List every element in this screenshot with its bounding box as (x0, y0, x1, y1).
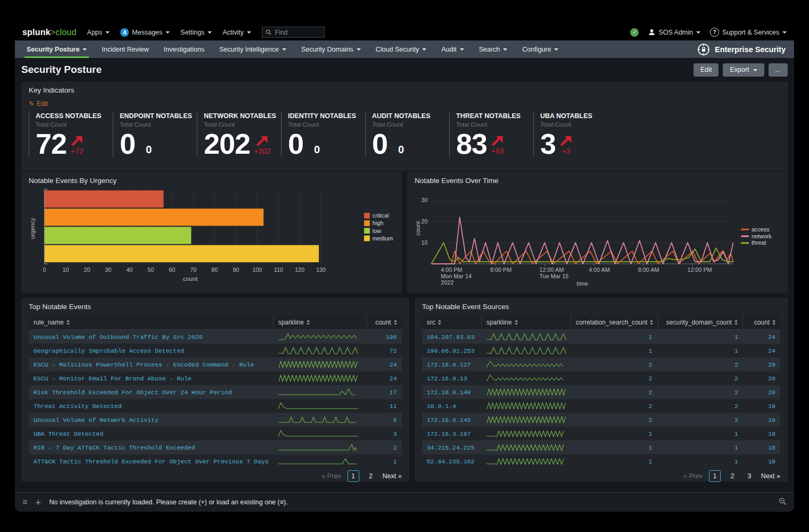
column-header-security_domain_count[interactable]: security_domain_count (658, 315, 743, 329)
cell-link-text[interactable]: Unusual Volume of Outbound Traffic By Sr… (34, 334, 202, 340)
menu-settings[interactable]: Settings (180, 29, 212, 36)
kpi-threat-notables[interactable]: THREAT NOTABLESTotal Count83+83 (449, 112, 533, 157)
cell-link-text[interactable]: 52.84.235.102 (427, 458, 475, 465)
series-network[interactable] (431, 217, 733, 264)
event-source-row[interactable]: 172.16.0.132220 (422, 371, 780, 385)
pagination-page-1[interactable]: 1 (709, 470, 721, 482)
column-header-src[interactable]: src (422, 315, 482, 329)
kpi-audit-notables[interactable]: AUDIT NOTABLESTotal Count00 (365, 112, 449, 157)
cell-rule_name[interactable]: RIR - 7 Day ATT&CK Tactic Threshold Exce… (29, 444, 274, 451)
cell-link-text[interactable]: 34.215.24.225 (427, 444, 475, 451)
user-menu[interactable]: SOS Admin (648, 29, 700, 36)
cell-link-text[interactable]: Unusual Volume of Network Activity (34, 417, 159, 423)
kpi-identity-notables[interactable]: IDENTITY NOTABLESTotal Count00 (281, 112, 365, 157)
cell-rule_name[interactable]: ATT&CK Tactic Threshold Exceeded For Obj… (29, 458, 274, 465)
cell-src[interactable]: 104.207.83.63 (422, 334, 482, 340)
cell-rule_name[interactable]: Unusual Volume of Outbound Traffic By Sr… (29, 334, 274, 340)
tab-cloud-security[interactable]: Cloud Security (368, 40, 434, 58)
find-search-box[interactable] (262, 27, 325, 38)
cell-link-text[interactable]: 172.16.0.149 (427, 389, 471, 396)
cell-src[interactable]: 172.16.0.127 (422, 361, 482, 368)
cell-src[interactable]: 172.16.0.13 (422, 375, 482, 382)
event-source-row[interactable]: 172.16.0.1492220 (422, 385, 780, 399)
notable-event-row[interactable]: Geographically Improbable Access Detecte… (29, 344, 402, 358)
splunk-cloud-logo[interactable]: splunk>cloud (22, 28, 77, 37)
tab-security-posture[interactable]: Security Posture (19, 40, 94, 58)
series-threat[interactable] (431, 243, 733, 264)
cell-link-text[interactable]: 104.207.83.63 (427, 334, 475, 340)
cell-rule_name[interactable]: Unusual Volume of Network Activity (29, 417, 274, 423)
urgency-bar-chart[interactable]: 0102030405060708090100110120130counturge… (29, 187, 394, 287)
cell-rule_name[interactable]: Geographically Improbable Access Detecte… (29, 347, 274, 354)
kpi-network-notables[interactable]: NETWORK NOTABLESTotal Count202+202 (197, 112, 281, 157)
cell-src[interactable]: 172.16.0.145 (422, 417, 482, 423)
cell-src[interactable]: 34.215.24.225 (422, 444, 482, 451)
pagination-next[interactable]: Next » (761, 472, 780, 480)
event-source-row[interactable]: 172.16.3.1971118 (422, 427, 780, 440)
kpi-uba-notables[interactable]: UBA NOTABLESTotal Count3+3 (533, 112, 617, 157)
column-header-correlation_search_count[interactable]: correlation_search_count (571, 315, 659, 329)
event-source-row[interactable]: 199.66.91.2531124 (422, 344, 780, 358)
column-header-sparkline[interactable]: sparkline (482, 315, 571, 329)
notable-event-row[interactable]: Threat Activity Detected11 (29, 399, 402, 413)
cell-link-text[interactable]: 10.0.1.4 (427, 403, 456, 410)
pagination-page-3[interactable]: 3 (744, 471, 755, 481)
pagination-page-2[interactable]: 2 (366, 471, 376, 481)
notable-event-row[interactable]: Risk Threshold Exceeded For Object Over … (29, 385, 402, 399)
cell-src[interactable]: 10.0.1.4 (422, 403, 482, 410)
tab-audit[interactable]: Audit (434, 40, 472, 58)
cell-link-text[interactable]: RIR - 7 Day ATT&CK Tactic Threshold Exce… (34, 444, 195, 451)
tab-investigations[interactable]: Investigations (156, 40, 212, 58)
column-header-count[interactable]: count (367, 315, 402, 329)
cell-rule_name[interactable]: ESCU - Monitor Email For Brand Abuse - R… (29, 375, 274, 382)
tab-security-intelligence[interactable]: Security Intelligence (212, 40, 294, 58)
pagination-next[interactable]: Next » (383, 472, 402, 480)
legend-swatch-critical[interactable] (364, 213, 370, 219)
cell-link-text[interactable]: 199.66.91.253 (427, 347, 475, 354)
bar-high[interactable] (44, 209, 263, 226)
kpi-endpoint-notables[interactable]: ENDPOINT NOTABLESTotal Count00 (113, 112, 197, 157)
pagination-page-2[interactable]: 2 (727, 471, 738, 481)
pagination-page-1[interactable]: 1 (348, 470, 359, 482)
tab-security-domains[interactable]: Security Domains (294, 40, 368, 58)
column-header-sparkline[interactable]: sparkline (274, 315, 367, 329)
tab-search[interactable]: Search (472, 40, 515, 58)
cell-link-text[interactable]: 172.16.0.127 (427, 361, 471, 368)
export-button[interactable]: Export (723, 63, 764, 77)
notable-event-row[interactable]: ESCU - Monitor Email For Brand Abuse - R… (29, 371, 402, 385)
find-input[interactable] (274, 28, 319, 37)
menu-apps[interactable]: Apps (87, 29, 110, 36)
notable-event-row[interactable]: ESCU - Malicious PowerShell Process - En… (29, 358, 402, 371)
notable-event-row[interactable]: ATT&CK Tactic Threshold Exceeded For Obj… (29, 454, 402, 468)
investigation-add-icon[interactable]: + (35, 497, 41, 508)
notable-event-row[interactable]: Unusual Volume of Network Activity6 (29, 413, 402, 427)
zoom-icon[interactable] (779, 497, 787, 507)
legend-swatch-medium[interactable] (364, 236, 370, 242)
health-check-icon[interactable]: ✓ (630, 28, 639, 37)
cell-link-text[interactable]: Geographically Improbable Access Detecte… (34, 347, 184, 354)
cell-link-text[interactable]: ATT&CK Tactic Threshold Exceeded For Obj… (34, 458, 269, 465)
notable-event-row[interactable]: UBA Threat Detected3 (29, 427, 402, 440)
edit-button[interactable]: Edit (694, 63, 719, 77)
event-source-row[interactable]: 172.16.0.1452219 (422, 413, 780, 427)
cell-src[interactable]: 199.66.91.253 (422, 347, 482, 354)
cell-link-text[interactable]: ESCU - Malicious PowerShell Process - En… (34, 361, 254, 368)
event-source-row[interactable]: 52.84.235.1021118 (422, 454, 780, 468)
legend-swatch-low[interactable] (364, 228, 370, 234)
tab-incident-review[interactable]: Incident Review (94, 40, 156, 58)
kpi-access-notables[interactable]: ACCESS NOTABLESTotal Count72+72 (29, 112, 113, 157)
overtime-line-chart[interactable]: 1020304:00 PMMon Mar 1420228:00 PM12:00 … (415, 187, 780, 287)
cell-rule_name[interactable]: UBA Threat Detected (29, 430, 274, 437)
legend-swatch-high[interactable] (364, 220, 370, 226)
pagination-prev[interactable]: « Prev (321, 472, 341, 480)
pagination-prev[interactable]: « Prev (683, 472, 703, 480)
column-header-rule_name[interactable]: rule_name (29, 315, 274, 329)
cell-link-text[interactable]: 172.16.3.197 (427, 430, 471, 437)
cell-src[interactable]: 172.16.0.149 (422, 389, 482, 396)
cell-link-text[interactable]: 172.16.0.13 (427, 375, 467, 382)
cell-src[interactable]: 52.84.235.102 (422, 458, 482, 465)
cell-rule_name[interactable]: Risk Threshold Exceeded For Object Over … (29, 389, 274, 396)
bar-low[interactable] (44, 227, 191, 244)
menu-activity[interactable]: Activity (222, 29, 251, 36)
event-source-row[interactable]: 10.0.1.42219 (422, 399, 780, 413)
